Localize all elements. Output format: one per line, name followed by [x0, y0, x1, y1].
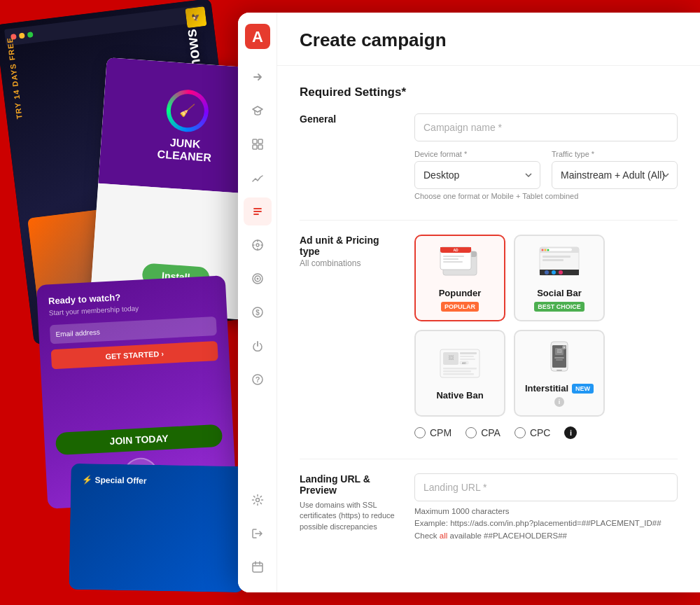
- cpm-option[interactable]: CPM: [414, 427, 451, 438]
- pricing-row: CPM CPA CPC i: [414, 426, 678, 439]
- nav-compass-icon[interactable]: [244, 231, 272, 259]
- device-format-label: Device format *: [414, 150, 467, 158]
- svg-rect-33: [443, 256, 464, 257]
- native-name: Native Ban: [436, 390, 483, 401]
- device-format-field: Device format * Desktop Mobile Tablet Mo…: [414, 150, 540, 189]
- svg-rect-2: [253, 139, 257, 144]
- svg-text:🖼: 🖼: [557, 349, 562, 354]
- svg-point-17: [256, 278, 258, 280]
- svg-text:✕: ✕: [563, 345, 566, 349]
- native-icon: 🖼 AD: [438, 348, 482, 383]
- bg-card-movie: Watch movies and TV shows TRY 14 DAYS FR…: [0, 0, 250, 345]
- bg-card-blue: ⚡ Special Offer: [69, 464, 246, 592]
- svg-text:A: A: [252, 28, 263, 46]
- socialbar-badge: BEST CHOICE: [534, 302, 584, 312]
- nav-campaigns-icon[interactable]: [244, 197, 272, 225]
- svg-rect-41: [542, 259, 564, 261]
- sidebar: A: [238, 13, 277, 592]
- nav-help-icon[interactable]: ?: [244, 366, 272, 394]
- svg-rect-35: [443, 261, 463, 263]
- interstitial-info-icon[interactable]: i: [554, 397, 564, 407]
- svg-text:🖼: 🖼: [448, 355, 454, 361]
- traffic-type-field: Traffic type * Mainstream + Adult (All) …: [552, 150, 678, 189]
- page-header: Create campaign: [277, 13, 700, 66]
- svg-rect-4: [253, 145, 257, 149]
- svg-point-47: [545, 249, 547, 251]
- ad-unit-socialbar[interactable]: Social Bar BEST CHOICE: [514, 235, 605, 321]
- device-format-hint: Choose one format or Mobile + Tablet com…: [414, 192, 678, 200]
- nav-logout-icon[interactable]: [244, 520, 272, 548]
- content-area: Create campaign Required Settings* Gener…: [277, 13, 700, 592]
- ad-unit-native[interactable]: 🖼 AD: [414, 330, 505, 417]
- app-logo[interactable]: A: [245, 24, 270, 49]
- svg-rect-65: [554, 357, 564, 359]
- ad-unit-interstitial[interactable]: 🖼 ✕: [514, 330, 605, 417]
- landing-url-hint-check: Check all available ##PLACEHOLDERS##: [414, 530, 678, 542]
- svg-point-43: [545, 270, 549, 274]
- interstitial-badge: NEW: [572, 384, 594, 394]
- svg-rect-5: [258, 145, 262, 149]
- svg-rect-34: [443, 258, 458, 260]
- svg-rect-57: [443, 368, 477, 370]
- cpa-label: CPA: [481, 427, 500, 438]
- svg-rect-66: [556, 359, 563, 361]
- socialbar-name: Social Bar: [537, 288, 582, 298]
- svg-rect-53: [460, 356, 474, 357]
- cpa-option[interactable]: CPA: [465, 427, 500, 438]
- svg-point-10: [256, 244, 259, 246]
- popunder-name: Popunder: [439, 288, 482, 298]
- cpc-option[interactable]: CPC: [514, 427, 551, 438]
- svg-text:?: ?: [255, 375, 260, 384]
- nav-learn-icon[interactable]: [244, 97, 272, 125]
- popunder-badge: POPULAR: [441, 302, 479, 312]
- nav-calendar-icon[interactable]: [244, 553, 272, 581]
- device-format-select[interactable]: Desktop Mobile Tablet Mobile + Tablet co…: [414, 161, 540, 189]
- placeholders-link[interactable]: all: [440, 531, 448, 540]
- cpc-radio[interactable]: [514, 427, 526, 438]
- socialbar-icon: [537, 246, 582, 281]
- traffic-type-label: Traffic type *: [552, 150, 594, 158]
- landing-url-input[interactable]: [414, 473, 678, 501]
- svg-point-48: [547, 249, 550, 251]
- nav-billing-icon[interactable]: $: [244, 298, 272, 326]
- nav-settings-icon[interactable]: [244, 486, 272, 514]
- ad-units-grid: AD Popunder POPULAR: [414, 235, 678, 417]
- main-panel: A: [238, 13, 700, 592]
- ad-unit-section: Ad unit & Pricing type All combinations: [300, 235, 678, 439]
- nav-arrow-icon[interactable]: [244, 63, 272, 91]
- general-section: General Device format * Desktop Mobile: [300, 113, 678, 200]
- nav-dashboard-icon[interactable]: [244, 130, 272, 158]
- cpc-label: CPC: [530, 427, 551, 438]
- general-label: General: [300, 113, 398, 125]
- campaign-name-input[interactable]: [414, 113, 678, 141]
- svg-rect-58: [443, 370, 471, 373]
- traffic-type-select[interactable]: Mainstream + Adult (All) Mainstream Adul…: [552, 161, 678, 189]
- landing-url-hint-max: Maximum 1000 characters: [414, 506, 678, 517]
- svg-point-45: [559, 270, 563, 274]
- svg-rect-59: [443, 373, 474, 375]
- pricing-info-icon[interactable]: i: [564, 426, 577, 439]
- svg-point-46: [542, 249, 544, 251]
- svg-point-44: [552, 270, 556, 274]
- section-title: Required Settings*: [300, 85, 678, 99]
- page-title: Create campaign: [300, 29, 678, 51]
- nav-analytics-icon[interactable]: [244, 164, 272, 192]
- svg-text:AD: AD: [453, 248, 458, 252]
- landing-url-desc: Use domains with SSL certificates (https…: [300, 500, 398, 532]
- ad-unit-popunder[interactable]: AD Popunder POPULAR: [414, 235, 505, 321]
- svg-rect-54: [460, 359, 475, 360]
- landing-url-hints: Maximum 1000 characters Example: https:/…: [414, 506, 678, 542]
- ad-unit-label: Ad unit & Pricing type: [300, 235, 398, 257]
- nav-power-icon[interactable]: [244, 332, 272, 360]
- svg-rect-40: [542, 256, 570, 258]
- cpa-radio[interactable]: [465, 427, 477, 438]
- cpm-radio[interactable]: [414, 427, 426, 438]
- interstitial-name: Interstitial: [525, 383, 568, 394]
- nav-target-icon[interactable]: [244, 265, 272, 293]
- svg-rect-52: [460, 352, 477, 354]
- ad-unit-sublabel: All combinations: [300, 258, 398, 268]
- svg-text:AD: AD: [462, 361, 466, 364]
- popunder-icon: AD: [438, 246, 482, 281]
- cpm-label: CPM: [430, 427, 451, 438]
- svg-rect-69: [556, 370, 562, 371]
